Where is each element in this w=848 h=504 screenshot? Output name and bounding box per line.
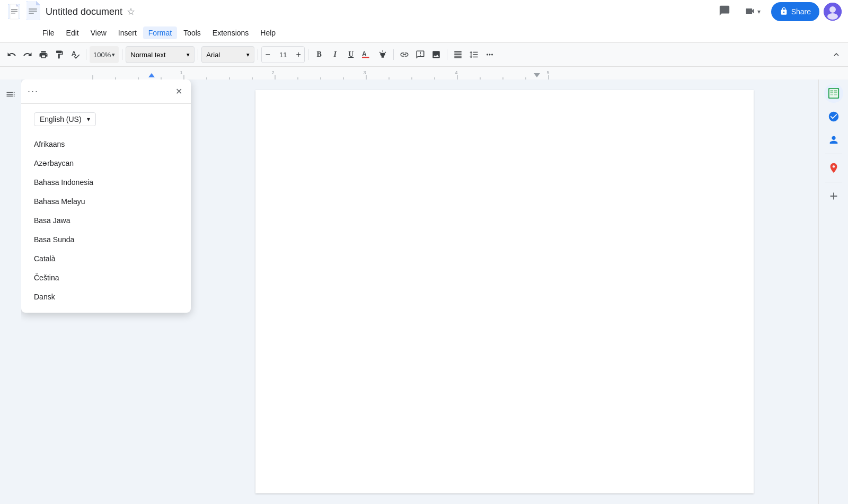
ruler-svg: 1 2 3 4 5 [0,67,848,79]
menu-file[interactable]: File [37,26,60,39]
spell-check-button[interactable] [68,46,83,63]
svg-rect-48 [834,92,837,93]
add-icon [828,190,840,202]
document-page[interactable] [255,90,754,493]
toolbar-sep-5 [308,49,308,60]
menu-view[interactable]: View [85,26,112,39]
right-sidebar-separator [825,154,842,154]
italic-icon: I [334,50,337,59]
lang-item-azerbaycan[interactable]: Azərbaycan [21,154,191,173]
title-bar: Untitled document ☆ ▾ Share [0,0,848,23]
tasks-sidebar-button[interactable] [824,107,843,126]
font-size-control: − 11 + [261,46,305,63]
comment-icon [719,5,730,19]
svg-rect-47 [830,92,833,93]
maps-icon [828,162,840,174]
language-list: Afrikaans Azərbaycan Bahasa Indonesia Ba… [21,132,191,313]
lang-item-basa-sunda[interactable]: Basa Sunda [21,230,191,249]
maps-sidebar-button[interactable] [824,158,843,178]
doc-icon [6,3,21,21]
add-sidebar-button[interactable] [824,187,843,206]
right-sidebar-separator-2 [825,182,842,182]
sheets-sidebar-button[interactable] [824,84,843,103]
font-selector[interactable]: Arial ▾ [201,46,254,63]
lang-item-catala[interactable]: Català [21,249,191,268]
bold-icon: B [317,50,322,59]
italic-button[interactable]: I [328,46,342,63]
toolbar: 100% ▾ Normal text ▾ Arial ▾ − 11 + B I … [0,42,848,67]
text-color-button[interactable]: A [359,46,374,63]
star-button[interactable]: ☆ [127,6,135,17]
zoom-value: 100% [93,51,111,59]
lang-panel-more-icon[interactable]: ··· [28,86,39,97]
highlight-button[interactable] [375,46,390,63]
svg-point-11 [829,6,836,13]
font-size-value[interactable]: 11 [273,51,293,59]
lang-item-bahasa-melayu[interactable]: Bahasa Melayu [21,192,191,211]
menu-format[interactable]: Format [143,26,177,39]
menu-help[interactable]: Help [255,26,281,39]
svg-rect-7 [29,8,37,10]
more-options-button[interactable] [482,46,497,63]
font-chevron-icon: ▾ [246,51,250,58]
content-area: ··· ✕ English (US) ▾ Afrikaans Azərbayca… [0,79,848,504]
toolbar-sep-4 [258,49,258,60]
video-icon [745,6,755,18]
video-chevron-icon: ▾ [757,8,761,15]
svg-rect-45 [830,91,833,92]
toolbar-sep-1 [86,49,86,60]
add-comment-button[interactable] [413,46,428,63]
avatar[interactable] [824,3,842,21]
bold-button[interactable]: B [312,46,326,63]
paint-format-button[interactable] [52,46,67,63]
menu-extensions[interactable]: Extensions [207,26,254,39]
share-label: Share [791,7,811,16]
zoom-selector[interactable]: 100% ▾ [90,46,119,63]
redo-button[interactable] [20,46,35,63]
collapse-toolbar-button[interactable] [829,46,844,63]
lang-chevron-icon: ▾ [87,116,90,123]
comment-button[interactable] [715,2,734,21]
menu-tools[interactable]: Tools [178,26,206,39]
language-selector[interactable]: English (US) ▾ [34,112,96,126]
lang-item-dansk[interactable]: Dansk [21,287,191,306]
tasks-icon [828,111,840,122]
svg-rect-46 [834,91,837,92]
share-button[interactable]: Share [771,2,819,21]
svg-text:3: 3 [363,70,366,75]
menu-edit[interactable]: Edit [61,26,84,39]
contacts-sidebar-button[interactable] [824,130,843,149]
alignment-button[interactable] [450,46,465,63]
undo-button[interactable] [4,46,19,63]
underline-icon: U [348,50,354,59]
print-button[interactable] [36,46,51,63]
doc-title[interactable]: Untitled document [46,6,122,17]
lang-item-basa-jawa[interactable]: Basa Jawa [21,211,191,230]
video-meeting-button[interactable]: ▾ [738,2,767,21]
right-sidebar [818,79,848,504]
lang-item-afrikaans[interactable]: Afrikaans [21,135,191,154]
insert-image-button[interactable] [429,46,444,63]
menu-insert[interactable]: Insert [113,26,142,39]
insert-link-button[interactable] [397,46,412,63]
increase-font-size-button[interactable]: + [293,47,304,63]
lang-item-cestina[interactable]: Čeština [21,268,191,287]
decrease-font-size-button[interactable]: − [262,47,273,63]
outline-button[interactable] [3,88,18,101]
lang-item-bahasa-indonesia[interactable]: Bahasa Indonesia [21,173,191,192]
plus-icon: + [296,50,301,59]
contacts-icon [828,134,840,146]
svg-text:4: 4 [455,70,457,75]
underline-button[interactable]: U [343,46,358,63]
close-icon: ✕ [175,87,182,96]
lang-item-deutsch[interactable]: Deutsch [21,306,191,313]
text-style-selector[interactable]: Normal text ▾ [126,46,195,63]
svg-rect-2 [11,9,17,10]
zoom-chevron-icon: ▾ [112,51,115,58]
svg-point-12 [827,13,838,20]
line-spacing-button[interactable] [466,46,481,63]
docs-logo-icon [25,1,41,22]
lang-selector-label: English (US) [40,115,82,123]
lang-panel-close-button[interactable]: ✕ [173,84,184,99]
toolbar-sep-2 [122,49,122,60]
